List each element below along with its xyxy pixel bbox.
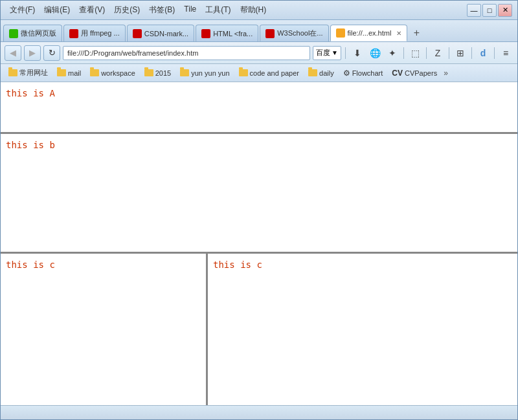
address-bar: ◀ ▶ ↻ 百度 ▼ ⬇ 🌐 ✦ ⬚ Z ⊞ d ≡ — [1, 42, 517, 64]
forward-button[interactable]: ▶ — [24, 45, 41, 61]
separator-6 — [494, 47, 495, 59]
bm-codeandpaper[interactable]: code and paper — [235, 68, 303, 78]
menu-edit[interactable]: 编辑(E) — [40, 3, 74, 17]
w3school-icon — [265, 29, 275, 38]
bm-flowchart-label: Flowchart — [352, 69, 383, 77]
bm-folder-icon — [8, 69, 17, 76]
menu-help[interactable]: 帮助(H) — [236, 3, 271, 17]
bm-cvpapers[interactable]: CV CVPapers — [388, 67, 441, 79]
search-box: 百度 ▼ — [313, 46, 341, 60]
tab-html[interactable]: HTML <fra... — [196, 25, 258, 41]
bm-2015-icon — [144, 69, 153, 76]
wechat-icon — [9, 29, 18, 38]
titlebar: 文件(F) 编辑(E) 查看(V) 历史(S) 书签(B) Tile 工具(T)… — [1, 1, 517, 20]
tab-w3school-label: W3School在... — [277, 28, 322, 38]
globe-icon[interactable]: 🌐 — [367, 45, 383, 61]
menu-history[interactable]: 历史(S) — [110, 3, 144, 17]
frame-a: this is A — [1, 82, 517, 134]
bm-yunyunyun[interactable]: yun yun yun — [176, 68, 233, 78]
frame-a-text: this is A — [6, 88, 55, 98]
status-bar — [1, 405, 517, 419]
bm-changyon-label: 常用网址 — [19, 68, 48, 78]
bm-mail-icon — [57, 69, 66, 76]
bm-daily-label: daily — [319, 69, 334, 77]
download-icon[interactable]: ⬇ — [350, 45, 365, 61]
csdn-icon — [133, 29, 142, 38]
tab-close-icon[interactable]: ✕ — [396, 30, 401, 37]
bm-2015[interactable]: 2015 — [141, 68, 175, 78]
bookmarks-bar: 常用网址 mail workspace 2015 yun yun yun cod… — [1, 64, 517, 82]
tab-w3school[interactable]: W3School在... — [260, 25, 328, 41]
frame-c-row: this is c this is c — [1, 254, 517, 405]
tab-file-label: file://...ex.html — [348, 29, 392, 37]
frame-c-left-text: this is c — [6, 260, 55, 270]
frame-c-left: this is c — [1, 254, 208, 405]
menu-view[interactable]: 查看(V) — [75, 3, 109, 17]
bm-codeandpaper-icon — [239, 69, 248, 76]
bm-daily-icon — [308, 69, 317, 76]
menu-file[interactable]: 文件(F) — [6, 3, 39, 17]
new-tab-button[interactable]: + — [409, 25, 424, 41]
frame-c-right: this is c — [208, 254, 517, 405]
html-icon — [201, 29, 210, 38]
logo-icon[interactable]: d — [475, 45, 491, 61]
bm-changyon[interactable]: 常用网址 — [5, 67, 52, 79]
separator-2 — [403, 47, 404, 59]
frame-c-right-text: this is c — [213, 260, 262, 270]
window-controls: — □ ✕ — [467, 4, 512, 17]
tab-ffmpeg[interactable]: 用 ffmpeg ... — [63, 25, 126, 41]
toolbar-icons: ⬇ 🌐 ✦ ⬚ Z ⊞ d ≡ — [350, 45, 513, 61]
menu-tile[interactable]: Tile — [180, 3, 200, 17]
bm-workspace[interactable]: workspace — [86, 68, 139, 78]
separator-5 — [471, 47, 472, 59]
frame-b: this is b — [1, 134, 517, 254]
tab-csdn[interactable]: CSDN-mark... — [127, 25, 194, 41]
refresh-button[interactable]: ↻ — [43, 45, 60, 61]
tab-html-label: HTML <fra... — [213, 30, 253, 38]
github-icon: ⚙ — [343, 69, 350, 78]
translate-icon[interactable]: Z — [430, 45, 445, 61]
tab-bar: 微信网页版 用 ffmpeg ... CSDN-mark... HTML <fr… — [1, 20, 517, 42]
close-button[interactable]: ✕ — [498, 4, 512, 17]
bm-yunyunyun-icon — [180, 69, 189, 76]
separator-1 — [345, 47, 346, 59]
cv-icon: CV — [392, 69, 403, 78]
more-icon[interactable]: ≡ — [498, 45, 513, 61]
file-icon — [336, 28, 345, 38]
screenshot-icon[interactable]: ⬚ — [407, 45, 423, 61]
separator-4 — [449, 47, 449, 59]
bookmarks-more-icon[interactable]: » — [444, 69, 448, 78]
tab-csdn-label: CSDN-mark... — [144, 30, 188, 38]
frame-b-text: this is b — [6, 140, 55, 150]
tab-wechat[interactable]: 微信网页版 — [3, 25, 62, 41]
bm-mail[interactable]: mail — [53, 68, 85, 78]
search-dropdown-icon[interactable]: ▼ — [332, 49, 338, 56]
menu-bookmarks[interactable]: 书签(B) — [145, 3, 179, 17]
tab-file[interactable]: file://...ex.html ✕ — [330, 25, 408, 41]
back-button[interactable]: ◀ — [5, 45, 21, 61]
maximize-button[interactable]: □ — [482, 4, 497, 17]
menu-tools[interactable]: 工具(T) — [201, 3, 234, 17]
grid-icon[interactable]: ⊞ — [453, 45, 468, 61]
titlebar-left: 文件(F) 编辑(E) 查看(V) 历史(S) 书签(B) Tile 工具(T)… — [6, 3, 270, 17]
bm-codeandpaper-label: code and paper — [250, 69, 299, 77]
ffmpeg-icon — [69, 29, 78, 38]
bm-mail-label: mail — [68, 69, 81, 77]
address-input[interactable] — [63, 46, 310, 60]
bm-yunyunyun-label: yun yun yun — [191, 69, 229, 77]
bm-2015-label: 2015 — [155, 69, 171, 77]
tab-wechat-label: 微信网页版 — [21, 28, 56, 38]
browser-window: 文件(F) 编辑(E) 查看(V) 历史(S) 书签(B) Tile 工具(T)… — [0, 0, 518, 420]
bm-workspace-label: workspace — [101, 69, 135, 77]
bm-workspace-icon — [90, 69, 99, 76]
bm-cvpapers-label: CVPapers — [405, 69, 437, 77]
star-icon[interactable]: ✦ — [385, 45, 400, 61]
browser-content: this is A this is b this is c this is c — [1, 82, 517, 405]
minimize-button[interactable]: — — [467, 4, 481, 17]
bm-daily[interactable]: daily — [304, 68, 338, 78]
menu-bar: 文件(F) 编辑(E) 查看(V) 历史(S) 书签(B) Tile 工具(T)… — [6, 3, 270, 17]
bm-flowchart[interactable]: ⚙ Flowchart — [339, 67, 387, 79]
separator-3 — [426, 47, 427, 59]
tab-ffmpeg-label: 用 ffmpeg ... — [81, 28, 120, 38]
search-engine-label: 百度 — [316, 48, 330, 58]
